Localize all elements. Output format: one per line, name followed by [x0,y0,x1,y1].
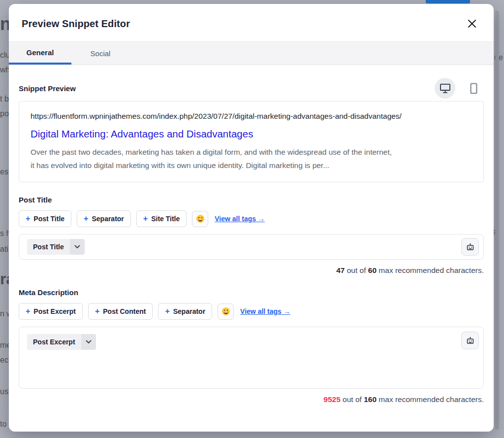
plus-icon: + [165,308,169,315]
char-count-max: 160 [364,395,377,404]
backdrop-text-fragment: ati [0,245,8,254]
ai-generate-button-meta[interactable] [461,332,479,349]
mobile-icon [470,83,477,94]
backdrop-text-fragment: t b [0,95,9,103]
tab-general[interactable]: General [9,42,71,65]
plus-icon: + [26,308,30,315]
char-count-current-over: 9525 [323,395,340,404]
tab-social[interactable]: Social [71,42,129,65]
snippet-url: https://fluentform.wpninjathemes.com/ind… [31,112,472,121]
smiley-emoji-icon [196,214,205,223]
meta-description-heading: Meta Description [19,288,484,297]
preview-snippet-editor-modal: Preview Snippet Editor General Social Sn… [9,4,494,432]
plus-icon: + [84,215,88,222]
add-site-title-button[interactable]: + Site Title [136,210,187,227]
background-blue-button [426,0,470,3]
mobile-preview-button[interactable] [463,78,484,99]
tag-button-label: Post Title [33,215,64,223]
robot-icon [466,336,475,345]
char-count-current: 47 [336,266,345,274]
post-title-tag-buttons: + Post Title + Separator + Site Title [19,210,484,227]
smiley-emoji-icon [221,307,230,316]
tab-bar: General Social [9,41,494,65]
meta-description-char-counter: 9525 out of 160 max recommended characte… [19,395,484,404]
meta-description-tag-buttons: + Post Excerpt + Post Content + Separato… [19,303,484,320]
tag-button-label: Post Excerpt [33,307,76,315]
view-all-tags-link[interactable]: View all tags → [215,215,265,223]
backdrop-text-fragment: to [0,420,6,429]
snippet-preview-heading: Snippet Preview [19,84,76,93]
plus-icon: + [143,215,148,222]
tag-chip-label: Post Title [27,239,70,255]
post-title-heading: Post Title [19,196,484,204]
page-scrollbar[interactable] [495,11,499,430]
close-icon [467,23,477,30]
ai-generate-button[interactable] [461,238,479,256]
chevron-down-icon [70,239,85,255]
snippet-preview-box: https://fluentform.wpninjathemes.com/ind… [19,101,484,182]
chevron-down-icon [81,334,96,350]
emoji-picker-button-meta[interactable] [218,303,234,320]
emoji-picker-button[interactable] [192,211,208,227]
add-post-title-button[interactable]: + Post Title [19,210,71,227]
backdrop-text-fragment: es [0,168,8,176]
add-post-content-button[interactable]: + Post Content [88,303,153,320]
post-excerpt-tag-chip[interactable]: Post Excerpt [27,334,96,350]
tag-button-label: Post Content [103,307,146,315]
post-title-char-counter: 47 out of 60 max recommended characters. [19,266,484,275]
modal-content: Snippet Preview [9,78,494,414]
post-title-tag-chip[interactable]: Post Title [27,239,85,255]
char-count-max: 60 [368,266,377,274]
desktop-icon [440,83,451,94]
device-toggle [435,78,484,99]
modal-title: Preview Snippet Editor [22,18,130,30]
snippet-title: Digital Marketing: Advantages and Disadv… [31,128,472,140]
add-separator-button-meta[interactable]: + Separator [158,303,212,320]
robot-icon [466,242,475,252]
tag-button-label: Separator [173,307,205,315]
plus-icon: + [95,308,99,315]
modal-header: Preview Snippet Editor [9,4,494,41]
add-separator-button[interactable]: + Separator [77,210,131,227]
meta-description-field[interactable]: Post Excerpt [19,327,484,389]
snippet-description: Over the past two decades, marketing has… [31,145,397,172]
desktop-preview-button[interactable] [435,78,455,99]
tag-chip-label: Post Excerpt [27,334,81,350]
tag-button-label: Site Title [151,215,180,223]
view-all-tags-link-meta[interactable]: View all tags → [240,307,290,315]
backdrop-text-fragment: po [0,109,9,118]
add-post-excerpt-button[interactable]: + Post Excerpt [19,303,83,320]
plus-icon: + [26,215,30,222]
post-title-field[interactable]: Post Title [19,234,484,260]
close-button[interactable] [465,17,479,31]
tag-button-label: Separator [92,215,124,223]
